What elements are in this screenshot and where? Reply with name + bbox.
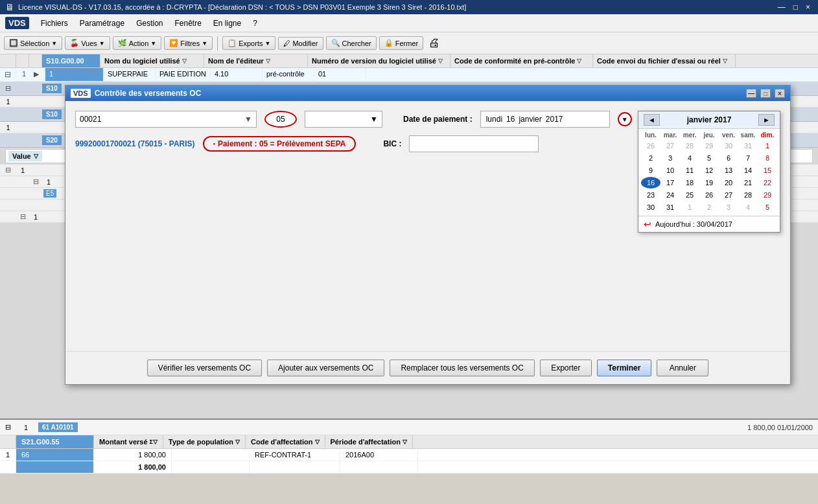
account-select[interactable]: 00021 ▼	[75, 111, 257, 128]
bottom-col-periode: Période d'affectation ▽	[325, 435, 413, 448]
bic-input[interactable]	[409, 135, 539, 152]
date-month: janvier	[519, 115, 541, 124]
cal-next-btn[interactable]: ►	[758, 114, 775, 126]
action-btn[interactable]: 🌿 Action ▼	[113, 36, 162, 50]
modal-close-btn[interactable]: ×	[775, 89, 785, 98]
cal-day[interactable]: 6	[719, 152, 738, 164]
code-affectation-sort-icon: ▽	[315, 439, 320, 445]
cal-day[interactable]: 2	[641, 152, 660, 164]
cal-day[interactable]: 31	[660, 201, 680, 213]
cal-days-header: lun. mar. mer. jeu. ven. sam. dim.	[641, 132, 777, 139]
vues-btn[interactable]: 🍒 Vues ▼	[65, 36, 110, 50]
cal-prev-btn[interactable]: ◄	[644, 114, 660, 126]
title-minimize-btn[interactable]: —	[775, 3, 788, 12]
cal-day[interactable]: 3	[719, 201, 738, 213]
modal-minimize-btn[interactable]: —	[746, 89, 756, 98]
menu-gestion[interactable]: Gestion	[131, 17, 168, 30]
row-expand[interactable]: ▶	[32, 68, 45, 81]
vds-logo: VDS	[5, 17, 29, 29]
cal-day[interactable]: 28	[738, 189, 758, 201]
filtres-btn[interactable]: 🔽 Filtres ▼	[164, 36, 213, 50]
cell-editeur: PAIE EDITION	[156, 68, 211, 81]
cal-day[interactable]: 24	[660, 189, 680, 201]
today-text: Aujourd'hui : 30/04/2017	[655, 220, 732, 228]
remplacer-btn[interactable]: Remplacer tous les versements OC	[390, 360, 534, 376]
cal-day[interactable]: 26	[699, 189, 719, 201]
cal-day[interactable]: 1	[758, 140, 777, 152]
cal-day[interactable]: 29	[758, 189, 777, 201]
cal-day[interactable]: 26	[641, 140, 660, 152]
bottom-row1-code: REF-CONTRAT-1	[250, 449, 340, 461]
circled-select-arrow: ▼	[370, 115, 378, 124]
vues-icon: 🍒	[70, 39, 79, 47]
selection-btn[interactable]: 🔲 Sélection ▼	[4, 36, 62, 50]
cal-day[interactable]: 5	[758, 201, 777, 213]
print-icon[interactable]: 🖨	[428, 36, 440, 50]
cal-day[interactable]: 13	[719, 165, 738, 176]
annuler-btn[interactable]: Annuler	[657, 360, 708, 376]
cal-day[interactable]: 1	[680, 201, 699, 213]
exports-btn[interactable]: 📋 Exports ▼	[222, 36, 275, 50]
bottom-row1-periode: 2016A00	[340, 449, 418, 461]
col-logiciel: Nom du logiciel utilisé ▽	[100, 54, 204, 67]
cal-day[interactable]: 20	[719, 177, 738, 189]
exports-icon: 📋	[228, 39, 237, 47]
cal-day[interactable]: 4	[680, 152, 699, 164]
cal-day[interactable]: 27	[660, 140, 680, 152]
payment-code-input[interactable]: 05	[264, 111, 297, 128]
cal-day[interactable]: 4	[738, 201, 758, 213]
cal-day[interactable]: 10	[660, 165, 680, 176]
cal-day[interactable]: 30	[719, 140, 738, 152]
ajouter-btn[interactable]: Ajouter aux versements OC	[267, 360, 384, 376]
cal-day[interactable]: 17	[660, 177, 680, 189]
modal-body: 00021 ▼ 05 ▼	[65, 101, 790, 351]
modifier-btn[interactable]: 🖊 Modifier	[278, 37, 323, 50]
cal-day[interactable]: 29	[699, 140, 719, 152]
cal-day[interactable]: 3	[660, 152, 680, 164]
cal-day[interactable]: 28	[680, 140, 699, 152]
cal-day[interactable]: 27	[719, 189, 738, 201]
cal-day[interactable]: 15	[758, 165, 777, 176]
menu-en-ligne[interactable]: En ligne	[208, 17, 246, 30]
cal-day[interactable]: 21	[738, 177, 758, 189]
cal-day[interactable]: 16	[641, 177, 660, 189]
verifier-btn[interactable]: Vérifier les versements OC	[147, 360, 262, 376]
cal-day[interactable]: 7	[738, 152, 758, 164]
date-display: lundi 16 janvier 2017	[480, 111, 610, 128]
date-calendar-btn[interactable]: ▼	[618, 112, 632, 126]
cal-day[interactable]: 11	[680, 165, 699, 176]
cal-day[interactable]: 30	[641, 201, 660, 213]
cal-day[interactable]: 14	[738, 165, 758, 176]
terminer-btn[interactable]: Terminer	[597, 360, 651, 376]
chercher-btn[interactable]: 🔍 Chercher	[326, 36, 377, 50]
cal-day[interactable]: 8	[758, 152, 777, 164]
bottom-row1-type	[172, 449, 250, 461]
menu-fenetre[interactable]: Fenêtre	[169, 17, 206, 30]
bottom-row-minus[interactable]: ⊟	[0, 423, 16, 431]
cal-day[interactable]: 31	[738, 140, 758, 152]
cal-day[interactable]: 19	[699, 177, 719, 189]
exports-dropdown-icon: ▼	[264, 40, 270, 47]
exporter-btn[interactable]: Exporter	[540, 360, 592, 376]
title-close-btn[interactable]: ×	[803, 3, 813, 12]
menu-fichiers[interactable]: Fichiers	[36, 17, 73, 30]
row-minus[interactable]: ⊟	[0, 68, 16, 81]
modal-maximize-btn[interactable]: □	[760, 89, 771, 98]
cal-day[interactable]: 12	[699, 165, 719, 176]
payment-code-select[interactable]: ▼	[305, 111, 382, 128]
bottom-data-row-2: 1 800,00	[0, 461, 818, 474]
title-maximize-btn[interactable]: □	[791, 3, 800, 12]
cal-day[interactable]: 18	[680, 177, 699, 189]
cal-day[interactable]: 23	[641, 189, 660, 201]
fermer-btn[interactable]: 🔒 Fermer	[379, 36, 423, 50]
cal-day[interactable]: 2	[699, 201, 719, 213]
menu-parametrage[interactable]: Paramétrage	[75, 17, 130, 30]
cal-day[interactable]: 25	[680, 189, 699, 201]
row-number: 1	[16, 68, 32, 81]
cal-day[interactable]: 9	[641, 165, 660, 176]
cal-day[interactable]: 5	[699, 152, 719, 164]
menu-help[interactable]: ?	[248, 17, 263, 30]
sort-icon2: ▽	[266, 58, 270, 64]
payment-code-wrapper: 05	[264, 111, 297, 128]
cal-day[interactable]: 22	[758, 177, 777, 189]
